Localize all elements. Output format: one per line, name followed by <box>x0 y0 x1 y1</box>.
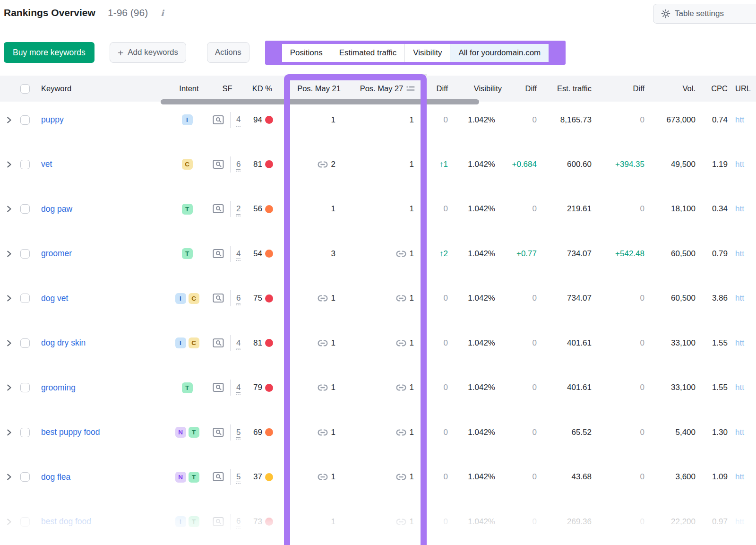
row-checkbox[interactable] <box>20 115 30 125</box>
divider <box>230 290 231 306</box>
keyword-link[interactable]: dog dry skin <box>41 320 86 365</box>
row-checkbox[interactable] <box>20 472 30 482</box>
intent-badge-informational: I <box>175 293 186 304</box>
pos-may27-cell: 1 <box>410 142 414 187</box>
cpc-cell: 1.55 <box>712 365 728 410</box>
url-link[interactable]: htt <box>735 410 744 455</box>
plus-icon: + <box>118 48 123 58</box>
serp-features-icon[interactable] <box>213 249 224 259</box>
row-expand-chevron-icon[interactable] <box>5 365 13 410</box>
pos-may21-cell: 1 <box>318 410 335 455</box>
actions-button[interactable]: Actions <box>207 42 249 63</box>
traffic-diff-cell: +394.35 <box>615 142 644 187</box>
traffic-diff-cell: 0 <box>640 97 644 142</box>
horizontal-scrollbar-thumb[interactable] <box>161 99 479 104</box>
row-checkbox[interactable] <box>20 383 30 392</box>
pos-may21-cell: 3 <box>331 231 335 276</box>
url-link[interactable]: htt <box>735 231 744 276</box>
pos-may27-cell: 1 <box>396 276 414 321</box>
volume-cell: 5,400 <box>675 410 696 455</box>
keyword-link[interactable]: best puppy food <box>41 410 100 455</box>
row-expand-chevron-icon[interactable] <box>5 187 13 232</box>
serp-features-icon[interactable] <box>213 338 224 348</box>
keyword-link[interactable]: dog paw <box>41 187 72 232</box>
page-title: Rankings Overview <box>4 7 95 18</box>
tab-estimated-traffic[interactable]: Estimated traffic <box>331 44 405 62</box>
url-link[interactable]: htt <box>735 276 744 321</box>
serp-features-icon[interactable] <box>213 115 224 125</box>
tab-positions[interactable]: Positions <box>282 44 331 62</box>
url-link[interactable]: htt <box>735 142 744 187</box>
visibility-diff-cell: 0 <box>533 276 537 321</box>
serp-features-count[interactable]: 4 <box>236 249 241 259</box>
serp-features-icon[interactable] <box>213 159 224 170</box>
url-link[interactable]: htt <box>735 97 744 142</box>
traffic-diff-cell: 0 <box>640 410 644 455</box>
volume-cell: 49,500 <box>671 142 696 187</box>
cpc-cell: 3.86 <box>712 276 728 321</box>
row-expand-chevron-icon[interactable] <box>5 97 13 142</box>
keyword-link[interactable]: dog vet <box>41 276 68 321</box>
row-checkbox[interactable] <box>20 428 30 437</box>
link-icon <box>318 429 328 436</box>
serp-features-count[interactable]: 2 <box>236 204 241 214</box>
row-checkbox[interactable] <box>20 160 30 169</box>
serp-features-count[interactable]: 5 <box>236 427 241 438</box>
position-diff-cell: 0 <box>444 187 448 232</box>
serp-features-icon[interactable] <box>213 382 224 393</box>
divider <box>230 112 231 128</box>
info-icon[interactable]: i <box>161 8 164 18</box>
serp-features-cell: 6 <box>213 276 241 321</box>
serp-features-count[interactable]: 4 <box>236 338 241 348</box>
col-pos-may21[interactable]: Pos. May 21 <box>286 76 352 102</box>
add-keywords-button[interactable]: + Add keywords <box>110 42 186 63</box>
kd-difficulty-dot <box>265 473 273 481</box>
cpc-cell: 1.19 <box>712 142 728 187</box>
row-checkbox[interactable] <box>20 249 30 259</box>
serp-features-count[interactable]: 6 <box>236 159 241 170</box>
row-expand-chevron-icon[interactable] <box>5 410 13 455</box>
keyword-link[interactable]: groomer <box>41 231 72 276</box>
serp-features-icon[interactable] <box>213 472 224 482</box>
col-pos-may27[interactable]: Pos. May 27 <box>352 76 423 102</box>
kd-cell: 56 <box>253 187 273 232</box>
serp-features-count[interactable]: 4 <box>236 382 241 393</box>
row-expand-chevron-icon[interactable] <box>5 276 13 321</box>
row-checkbox[interactable] <box>20 338 30 348</box>
keyword-link[interactable]: grooming <box>41 365 76 410</box>
intent-badges: IC <box>174 276 200 321</box>
intent-badges: T <box>174 231 200 276</box>
url-link[interactable]: htt <box>735 320 744 365</box>
table-row: dog vet IC 6 75 1 1 0 1.042% 0 734.07 0 … <box>0 276 756 321</box>
table-row: grooming T 4 79 1 1 0 1.042% 0 401.61 0 … <box>0 365 756 410</box>
keyword-link[interactable]: puppy <box>41 97 64 142</box>
row-checkbox[interactable] <box>20 294 30 303</box>
serp-features-icon[interactable] <box>213 204 224 214</box>
row-checkbox[interactable] <box>20 204 30 214</box>
serp-features-cell: 5 <box>213 410 241 455</box>
serp-features-icon[interactable] <box>213 293 224 303</box>
serp-features-count[interactable]: 5 <box>236 472 241 482</box>
url-link[interactable]: htt <box>735 187 744 232</box>
link-icon <box>318 340 328 346</box>
intent-badges: T <box>174 365 200 410</box>
link-icon <box>318 295 328 302</box>
row-expand-chevron-icon[interactable] <box>5 231 13 276</box>
link-icon <box>396 340 406 346</box>
serp-features-icon[interactable] <box>213 427 224 438</box>
buy-more-keywords-button[interactable]: Buy more keywords <box>4 42 94 63</box>
keyword-link[interactable]: vet <box>41 142 52 187</box>
tab-visibility[interactable]: Visibility <box>405 44 450 62</box>
row-expand-chevron-icon[interactable] <box>5 320 13 365</box>
link-icon <box>318 474 328 480</box>
row-expand-chevron-icon[interactable] <box>5 142 13 187</box>
serp-features-count[interactable]: 6 <box>236 293 241 303</box>
select-all-checkbox[interactable] <box>20 84 30 94</box>
table-settings-button[interactable]: Table settings <box>653 4 756 24</box>
url-link[interactable]: htt <box>735 365 744 410</box>
intent-badge-informational: I <box>182 114 193 125</box>
visibility-cell: 1.042% <box>468 276 495 321</box>
visibility-cell: 1.042% <box>468 410 495 455</box>
tab-all-for-yourdomain-com[interactable]: All for yourdomain.com <box>450 44 549 62</box>
serp-features-count[interactable]: 4 <box>236 114 241 125</box>
